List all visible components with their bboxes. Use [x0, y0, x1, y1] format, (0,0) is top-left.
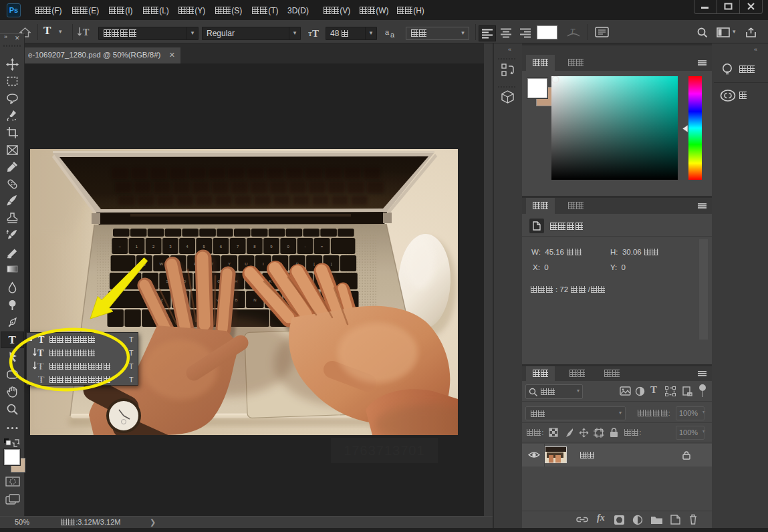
- svg-text:a: a: [390, 31, 395, 38]
- svg-text:T: T: [38, 375, 45, 384]
- svg-text:T: T: [37, 362, 44, 371]
- svg-text:T: T: [83, 27, 90, 37]
- svg-text:T: T: [9, 334, 17, 346]
- svg-text:T: T: [570, 27, 575, 36]
- svg-text:a: a: [385, 28, 390, 36]
- svg-text:T: T: [38, 335, 45, 344]
- svg-text:T: T: [312, 28, 319, 39]
- svg-text:T: T: [37, 348, 44, 358]
